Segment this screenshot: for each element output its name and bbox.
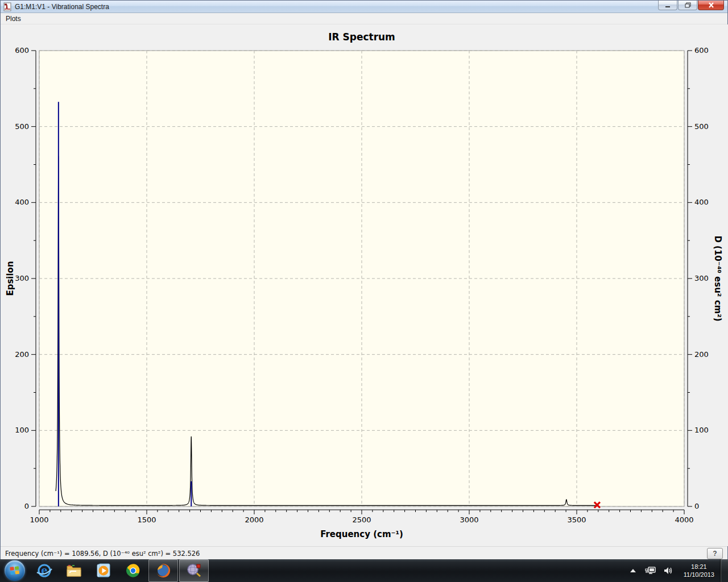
x-tick-label: 4000	[675, 516, 693, 524]
system-tray: 18:21 11/10/2013	[624, 559, 728, 582]
taskbar-item-media-player[interactable]	[89, 559, 118, 582]
ir-spectrum-chart[interactable]: 0010010020020030030040040050050060060010…	[1, 24, 728, 546]
y-tick-label-right: 300	[694, 274, 709, 282]
titlebar[interactable]: G1:M1:V1 - Vibrational Spectra	[1, 1, 727, 13]
folder-icon	[65, 562, 82, 579]
x-tick-label: 3000	[460, 516, 478, 524]
taskbar-item-gaussview[interactable]	[179, 559, 209, 582]
taskbar-item-internet-explorer[interactable]: e	[30, 559, 59, 582]
menu-plots[interactable]: Plots	[1, 14, 26, 24]
x-axis-label: Frequency (cm⁻¹)	[320, 529, 403, 539]
y-tick-label-right: 0	[694, 502, 699, 510]
help-button[interactable]: ?	[707, 548, 723, 559]
y-tick-label-right: 100	[694, 426, 709, 434]
x-tick-label: 3500	[567, 516, 586, 524]
y-tick-label-right: 600	[694, 46, 709, 55]
firefox-icon	[155, 562, 172, 579]
clock[interactable]: 18:21 11/10/2013	[684, 563, 714, 579]
show-desktop-button[interactable]	[720, 559, 728, 582]
statusbar: Frequency (cm⁻¹) = 1089.56, D (10⁻⁴⁰ esu…	[1, 546, 727, 560]
y-axis-label-left: Epsilon	[5, 261, 15, 296]
y-tick-label-left: 200	[15, 350, 29, 359]
status-readout: Frequency (cm⁻¹) = 1089.56, D (10⁻⁴⁰ esu…	[1, 550, 707, 558]
application-window: G1:M1:V1 - Vibrational Spectra Plots 001…	[0, 0, 728, 559]
clock-date: 11/10/2013	[684, 571, 714, 579]
restore-icon	[685, 2, 691, 8]
app-icon	[3, 2, 12, 11]
network-icon[interactable]	[645, 566, 656, 576]
taskbar: e	[0, 559, 728, 582]
x-tick-label: 2500	[352, 516, 371, 524]
restore-button[interactable]	[678, 1, 697, 10]
y-tick-label-left: 300	[15, 274, 29, 282]
help-icon: ?	[713, 550, 717, 558]
media-player-icon	[95, 562, 112, 579]
y-tick-label-left: 600	[15, 46, 29, 55]
x-tick-label: 2000	[245, 516, 263, 524]
y-tick-label-left: 100	[15, 426, 29, 434]
y-axis-label-right: D (10⁻⁴⁰ esu² cm²)	[713, 235, 723, 321]
windows-logo-icon	[5, 560, 25, 581]
taskbar-item-chrome[interactable]	[118, 559, 148, 582]
clock-time: 18:21	[684, 563, 714, 571]
y-tick-label-right: 200	[694, 350, 709, 359]
y-tick-label-right: 400	[694, 198, 709, 206]
chart-title: IR Spectrum	[328, 31, 395, 43]
taskbar-item-firefox[interactable]	[148, 559, 178, 582]
gaussview-icon	[185, 562, 202, 579]
y-tick-label-right: 500	[694, 122, 709, 131]
x-tick-label: 1500	[137, 516, 156, 524]
taskbar-item-windows-explorer[interactable]	[59, 559, 89, 582]
minimize-icon	[665, 3, 671, 8]
x-tick-label: 1000	[30, 516, 48, 524]
window-title: G1:M1:V1 - Vibrational Spectra	[15, 3, 109, 11]
start-button[interactable]	[0, 559, 30, 582]
minimize-button[interactable]	[658, 1, 677, 10]
menubar: Plots	[1, 13, 727, 24]
internet-explorer-icon: e	[36, 562, 53, 579]
close-button[interactable]	[698, 1, 724, 10]
volume-icon[interactable]	[663, 566, 673, 575]
close-icon	[708, 2, 714, 8]
chrome-icon	[125, 562, 142, 579]
y-tick-label-left: 400	[15, 198, 29, 206]
y-tick-label-left: 500	[15, 122, 29, 131]
show-hidden-icons-icon[interactable]	[630, 569, 636, 572]
chart-region: 0010010020020030030040040050050060060010…	[1, 24, 728, 546]
y-tick-label-left: 0	[24, 502, 29, 510]
